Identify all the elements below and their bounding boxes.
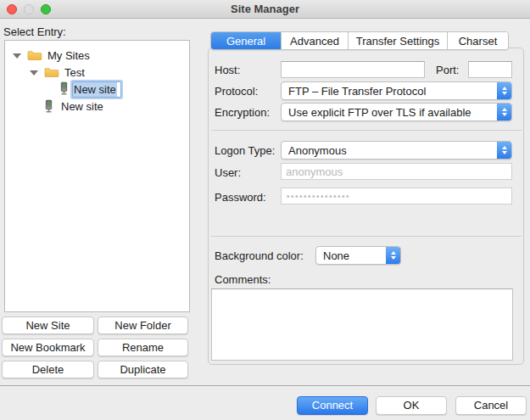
rename-edit-text: New site bbox=[73, 82, 117, 97]
section-divider bbox=[211, 130, 522, 131]
site-manager-window: Site Manager Select Entry: My Sites Test… bbox=[0, 0, 530, 420]
password-label: Password: bbox=[215, 191, 266, 204]
folder-icon bbox=[44, 66, 59, 78]
server-icon bbox=[59, 81, 69, 96]
encryption-value: Use explicit FTP over TLS if available bbox=[282, 106, 497, 119]
stepper-icon bbox=[386, 247, 400, 264]
tab-advanced[interactable]: Advanced bbox=[281, 32, 348, 49]
ok-button[interactable]: OK bbox=[376, 396, 447, 415]
protocol-label: Protocol: bbox=[215, 85, 258, 98]
logon-type-dropdown[interactable]: Anonymous bbox=[281, 141, 512, 160]
logon-type-value: Anonymous bbox=[282, 144, 497, 157]
port-input[interactable] bbox=[468, 61, 512, 78]
tree-item-new-site-selected[interactable]: New site bbox=[5, 80, 189, 97]
new-bookmark-button[interactable]: New Bookmark bbox=[2, 339, 94, 356]
background-color-dropdown[interactable]: None bbox=[315, 246, 401, 265]
background-color-value: None bbox=[316, 249, 386, 262]
password-input: ••••••••••••••• bbox=[281, 188, 512, 204]
tree-item-label[interactable]: Test bbox=[64, 66, 85, 79]
tree-item-new-site[interactable]: New site bbox=[5, 98, 189, 115]
general-tab-panel: Host: Port: Protocol: FTP – File Transfe… bbox=[208, 48, 524, 365]
folder-icon bbox=[27, 49, 42, 61]
title-bar: Site Manager bbox=[0, 0, 530, 19]
settings-tabs: General Advanced Transfer Settings Chars… bbox=[210, 31, 509, 50]
host-input[interactable] bbox=[281, 61, 425, 78]
server-icon bbox=[44, 99, 53, 114]
encryption-label: Encryption: bbox=[215, 106, 270, 119]
cancel-button[interactable]: Cancel bbox=[455, 396, 527, 415]
connect-button[interactable]: Connect bbox=[297, 396, 368, 415]
disclosure-triangle-icon[interactable] bbox=[30, 70, 38, 76]
stepper-icon bbox=[497, 82, 511, 99]
user-input bbox=[281, 163, 512, 180]
logon-type-label: Logon Type: bbox=[215, 144, 275, 157]
comments-textarea[interactable] bbox=[211, 288, 513, 361]
host-label: Host: bbox=[215, 64, 240, 76]
tree-item-test[interactable]: Test bbox=[5, 64, 189, 81]
rename-button[interactable]: Rename bbox=[98, 339, 188, 356]
tab-general[interactable]: General bbox=[211, 32, 281, 49]
tab-transfer-settings[interactable]: Transfer Settings bbox=[348, 32, 447, 49]
footer-divider bbox=[0, 385, 530, 386]
stepper-icon bbox=[497, 142, 511, 159]
section-divider bbox=[211, 236, 522, 237]
rename-edit-field[interactable]: New site bbox=[72, 81, 121, 98]
select-entry-label: Select Entry: bbox=[3, 25, 66, 38]
tab-charset[interactable]: Charset bbox=[447, 32, 508, 49]
stepper-icon bbox=[497, 104, 511, 120]
tree-item-label[interactable]: New site bbox=[61, 100, 103, 113]
new-site-button[interactable]: New Site bbox=[2, 316, 94, 334]
protocol-value: FTP – File Transfer Protocol bbox=[282, 85, 497, 98]
port-label: Port: bbox=[436, 64, 459, 76]
user-label: User: bbox=[215, 166, 241, 179]
tree-item-label[interactable]: My Sites bbox=[47, 49, 90, 62]
window-title: Site Manager bbox=[0, 3, 530, 15]
site-tree[interactable]: My Sites Test New site New site bbox=[4, 40, 190, 312]
tree-item-my-sites[interactable]: My Sites bbox=[5, 48, 189, 64]
background-color-label: Background color: bbox=[215, 249, 304, 262]
comments-label: Comments: bbox=[215, 273, 271, 286]
delete-button[interactable]: Delete bbox=[2, 361, 94, 378]
duplicate-button[interactable]: Duplicate bbox=[98, 361, 188, 378]
protocol-dropdown[interactable]: FTP – File Transfer Protocol bbox=[281, 81, 512, 100]
disclosure-triangle-icon[interactable] bbox=[13, 53, 21, 59]
encryption-dropdown[interactable]: Use explicit FTP over TLS if available bbox=[281, 103, 512, 121]
new-folder-button[interactable]: New Folder bbox=[98, 316, 188, 334]
